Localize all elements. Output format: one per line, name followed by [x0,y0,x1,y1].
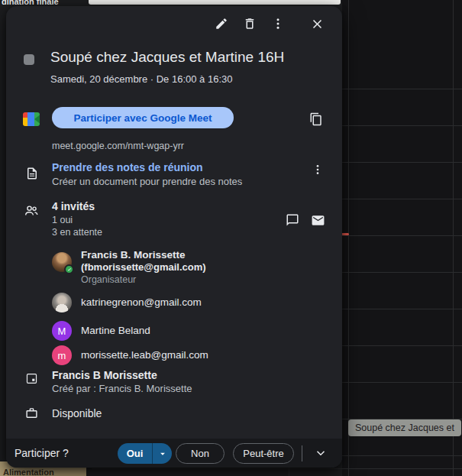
take-meeting-notes-link[interactable]: Prendre des notes de réunion [52,161,203,173]
event-color-swatch [24,54,34,65]
meet-url: meet.google.com/nmt-wgap-yrr [52,141,184,151]
avatar-guest-initial[interactable]: m [52,345,72,365]
guest-role: Organisateur [81,274,136,285]
people-icon [23,203,40,219]
event-tooltip: Soupé chez Jacques et [348,419,461,436]
document-icon [25,166,39,181]
avatar-guest-photo[interactable] [52,293,72,312]
guest-name: Francis B. Morissette [81,249,186,261]
chat-with-guests-button[interactable] [280,208,305,232]
calendar-grid-column-line [348,0,349,476]
email-guests-button[interactable] [305,208,330,232]
rsvp-yes-dropdown[interactable] [152,443,172,464]
copy-icon [309,112,323,126]
notes-subtitle: Créer un document pour prendre des notes [52,176,242,187]
kebab-menu-icon [271,17,285,31]
chevron-down-icon [314,446,328,460]
close-icon [310,17,325,31]
rsvp-maybe-button[interactable]: Peut-être [233,443,294,464]
partial-event-title: Alimentation [3,468,54,476]
join-google-meet-button[interactable]: Participer avec Google Meet [52,107,234,128]
event-datetime: Samedi, 20 décembre · De 16:00 à 16:30 [50,73,232,85]
event-details-popup: Soupé chez Jacques et Martine 16H Samedi… [6,6,342,468]
calendar-grid-row-line [92,468,462,469]
calendar-grid-column-line [453,0,454,476]
briefcase-icon [25,406,38,419]
rsvp-no-button[interactable]: Non [176,443,225,464]
partial-event-behind-top[interactable]: dination finale [0,0,342,6]
google-meet-icon [23,112,40,126]
rsvp-yes-button[interactable]: Oui [118,443,152,464]
partial-event-title: dination finale [2,0,59,6]
delete-event-button[interactable] [237,11,262,36]
guest-name: Martine Beland [81,325,150,336]
rsvp-question: Participer ? [15,447,69,459]
notes-more-options-button[interactable] [305,157,330,182]
trash-icon [243,17,257,31]
guest-count: 4 invités [52,200,95,212]
event-title: Soupé chez Jacques et Martine 16H [50,47,333,66]
calendar-screen: dination finale Alimentation Soupé chez … [0,0,462,476]
caret-down-icon [157,448,168,459]
rsvp-yes-split-button: Oui [118,443,172,464]
rsvp-more-options-button[interactable] [309,441,333,465]
rsvp-footer: Participer ? Oui Non Peut-être [6,439,342,468]
guest-name: morissette.leab@gmail.com [81,349,208,361]
footer-divider [302,445,302,461]
speech-bubble-icon [286,213,299,227]
kebab-menu-icon [312,164,324,176]
availability-status: Disponible [52,407,102,419]
guest-name: katrinegrenon@gmail.com [81,296,202,308]
close-popup-button[interactable] [305,11,329,36]
guest-email: (fbmorissette@gmail.com) [81,261,206,273]
more-options-button[interactable] [266,11,290,36]
created-by: Créé par : Francis B. Morissette [52,383,192,394]
guest-pending-count: 3 en attente [52,227,102,238]
calendar-owner-name: Francis B Morissette [52,369,157,381]
edit-event-button[interactable] [209,11,234,36]
guest-yes-count: 1 oui [52,215,73,225]
calendar-grid-hour-lines [342,89,462,476]
copy-meet-link-button[interactable] [304,107,328,131]
accepted-check-icon [64,264,74,274]
pencil-icon [215,17,228,31]
calendar-icon [25,371,38,385]
partial-event-block [89,0,341,5]
calendar-grid-column-line [289,468,289,476]
envelope-icon [311,213,325,228]
avatar-guest-initial[interactable]: M [52,321,72,341]
